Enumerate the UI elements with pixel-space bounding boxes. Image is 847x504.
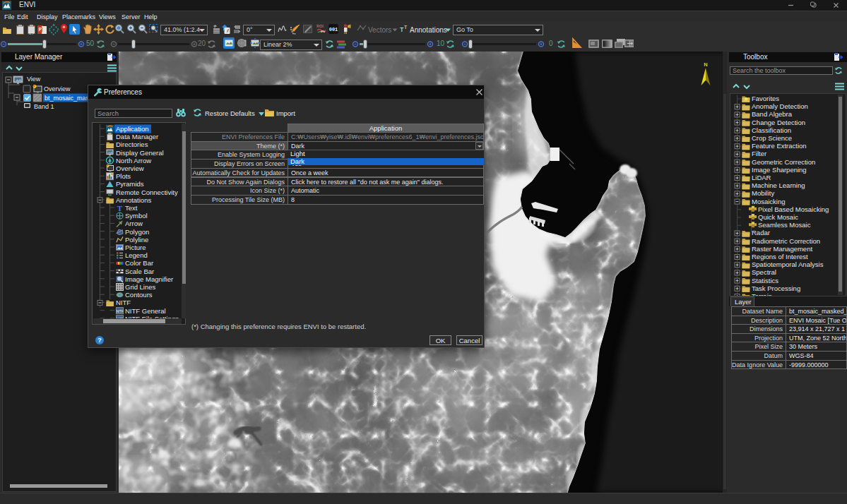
- svg-text:Text: Text: [125, 204, 138, 212]
- svg-text:Overview: Overview: [44, 85, 71, 92]
- svg-text:Raster Management: Raster Management: [752, 245, 812, 253]
- svg-text:NITF General: NITF General: [125, 307, 166, 315]
- svg-text:Grid Lines: Grid Lines: [125, 283, 156, 291]
- svg-text:NITF: NITF: [117, 310, 124, 313]
- svg-text:Overview: Overview: [116, 164, 144, 172]
- svg-text:LiDAR: LiDAR: [752, 174, 771, 181]
- svg-text:Plots: Plots: [116, 172, 131, 180]
- svg-text:T: T: [404, 25, 408, 30]
- svg-text:View: View: [27, 76, 41, 83]
- svg-text:Arrow: Arrow: [125, 220, 143, 227]
- svg-text:Mobility: Mobility: [752, 189, 774, 197]
- svg-text:Directories: Directories: [116, 140, 148, 148]
- svg-text:001: 001: [329, 27, 338, 32]
- svg-text:Feature Extraction: Feature Extraction: [752, 142, 807, 150]
- svg-text:Data Manager: Data Manager: [116, 133, 158, 140]
- svg-text:ROI: ROI: [316, 24, 324, 28]
- svg-text:NITF: NITF: [116, 299, 131, 306]
- svg-text:Symbol: Symbol: [125, 212, 148, 220]
- svg-text:Statistics: Statistics: [752, 277, 778, 284]
- svg-text:Color Bar: Color Bar: [125, 259, 153, 267]
- svg-text:Change Detection: Change Detection: [752, 119, 805, 126]
- svg-text:Display General: Display General: [116, 149, 164, 157]
- svg-text:P: P: [39, 27, 42, 32]
- svg-text:Filter: Filter: [752, 150, 766, 157]
- svg-text:Radiometric Correction: Radiometric Correction: [752, 237, 820, 245]
- svg-text:Remote Connectivity: Remote Connectivity: [116, 188, 178, 196]
- svg-text:N: N: [704, 61, 707, 68]
- svg-text:Regions of Interest: Regions of Interest: [752, 253, 808, 260]
- svg-text:Polygon: Polygon: [125, 228, 149, 236]
- svg-text:Band 1: Band 1: [34, 103, 54, 110]
- svg-text:Image Magnifier: Image Magnifier: [125, 275, 173, 283]
- svg-text:Mosaicking: Mosaicking: [752, 198, 786, 205]
- svg-text:Image Sharpening: Image Sharpening: [752, 166, 807, 174]
- svg-text:T: T: [117, 204, 123, 212]
- svg-text:Radar: Radar: [752, 229, 770, 236]
- svg-text:Task Processing: Task Processing: [752, 284, 800, 292]
- svg-text:Crop Science: Crop Science: [752, 134, 792, 142]
- svg-text:Anomaly Detection: Anomaly Detection: [752, 102, 808, 110]
- svg-text:Geometric Correction: Geometric Correction: [752, 158, 815, 166]
- svg-text:Quick Mosaic: Quick Mosaic: [758, 213, 798, 221]
- svg-text:NITF: NITF: [29, 32, 35, 35]
- svg-text:Pixel Based Mosaicking: Pixel Based Mosaicking: [758, 205, 829, 213]
- svg-text:Machine Learning: Machine Learning: [752, 181, 805, 189]
- svg-text:Application: Application: [116, 125, 148, 133]
- svg-text:Scale Bar: Scale Bar: [125, 268, 154, 275]
- svg-text:North Arrow: North Arrow: [116, 157, 151, 164]
- svg-text:Legend: Legend: [125, 251, 148, 259]
- svg-text:Pyramids: Pyramids: [116, 180, 144, 188]
- svg-text:Picture: Picture: [125, 244, 146, 251]
- svg-text:Spatiotemporal Analysis: Spatiotemporal Analysis: [752, 260, 824, 268]
- svg-text:Polyline: Polyline: [125, 236, 148, 244]
- svg-text:Band Algebra: Band Algebra: [752, 110, 793, 118]
- svg-text:Annotations: Annotations: [116, 196, 151, 204]
- svg-text:Contours: Contours: [125, 291, 153, 299]
- svg-text:Favorites: Favorites: [752, 95, 779, 102]
- svg-text:Spectral: Spectral: [752, 268, 776, 276]
- svg-text:Seamless Mosaic: Seamless Mosaic: [758, 221, 811, 229]
- svg-text:Classification: Classification: [752, 126, 791, 134]
